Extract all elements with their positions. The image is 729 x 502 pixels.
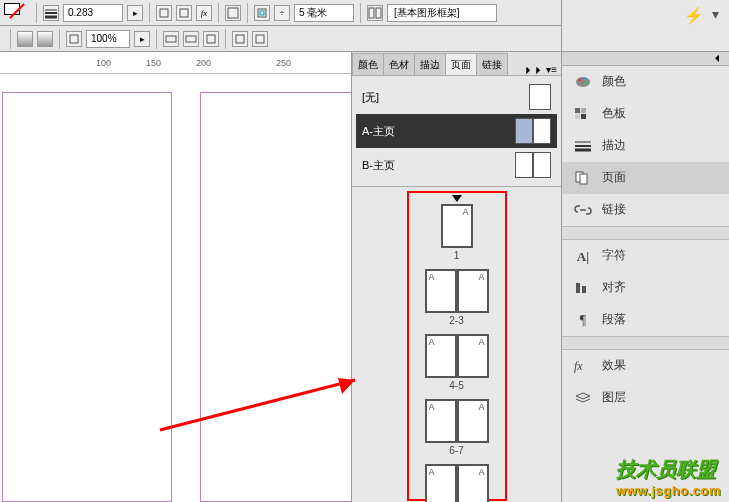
misc-e-icon[interactable] <box>252 31 268 47</box>
page-spread-2-3[interactable]: A A <box>352 269 561 313</box>
rail-layers[interactable]: 图层 <box>562 382 729 414</box>
size-stepper-icon[interactable]: ÷ <box>274 5 290 21</box>
rail-effects[interactable]: fx 效果 <box>562 350 729 382</box>
page-guide-left <box>2 92 172 502</box>
master-a-label: A-主页 <box>362 124 395 139</box>
rail-label: 字符 <box>602 247 626 264</box>
rail-collapse-handle[interactable]: ⏴ <box>562 52 729 66</box>
stroke-weight-input[interactable] <box>63 4 123 22</box>
rail-separator <box>562 336 729 350</box>
page-label: 2-3 <box>352 315 561 326</box>
master-b-label: B-主页 <box>362 158 395 173</box>
size-input[interactable] <box>294 4 354 22</box>
fill-stroke-proxy[interactable] <box>4 3 30 23</box>
fx-label-icon[interactable]: fx <box>196 5 212 21</box>
rail-label: 对齐 <box>602 279 626 296</box>
page-spread-last[interactable]: A A <box>352 464 561 502</box>
rail-color[interactable]: 颜色 <box>562 66 729 98</box>
rail-label: 描边 <box>602 137 626 154</box>
ruler-mark: 150 <box>146 58 161 68</box>
svg-rect-8 <box>369 8 374 18</box>
frame-fitting-icon[interactable] <box>367 5 383 21</box>
watermark-text: 技术员联盟 <box>616 458 716 480</box>
collapse-caret-icon[interactable]: ▾ <box>712 6 719 22</box>
master-a-row[interactable]: A-主页 <box>356 114 557 148</box>
panel-tab-stroke[interactable]: 描边 <box>414 53 446 75</box>
right-panel-rail: ⏴ 颜色 色板 描边 页面 链接 A| 字符 对齐 ¶ 段落 fx 效果 图层 <box>561 52 729 502</box>
panel-tab-pages[interactable]: 页面 <box>445 53 477 75</box>
stroke-weight-icon <box>43 5 59 21</box>
links-icon <box>574 203 592 217</box>
svg-rect-3 <box>160 9 168 17</box>
opacity-box-icon[interactable] <box>66 31 82 47</box>
rail-label: 页面 <box>602 169 626 186</box>
stepper-icon[interactable]: ▸ <box>127 5 143 21</box>
rail-label: 图层 <box>602 389 626 406</box>
master-badge: A <box>429 337 435 347</box>
palette-icon <box>574 75 592 89</box>
frame-preset-dropdown[interactable]: [基本图形框架] <box>387 4 497 22</box>
page-spread-4-5[interactable]: A A <box>352 334 561 378</box>
align-icon <box>574 281 592 295</box>
section-marker-icon <box>452 195 462 202</box>
master-badge: A <box>478 337 484 347</box>
rail-align[interactable]: 对齐 <box>562 272 729 304</box>
gradient-swatch-a-icon[interactable] <box>17 31 33 47</box>
panel-tab-color[interactable]: 颜色 <box>352 53 384 75</box>
rail-label: 色板 <box>602 105 626 122</box>
master-none-row[interactable]: [无] <box>356 80 557 114</box>
svg-rect-22 <box>575 108 580 113</box>
gradient-swatch-b-icon[interactable] <box>37 31 53 47</box>
svg-rect-25 <box>581 114 586 119</box>
panel-tab-swatches[interactable]: 色材 <box>383 53 415 75</box>
rail-links[interactable]: 链接 <box>562 194 729 226</box>
fit-frame-icon[interactable] <box>254 5 270 21</box>
zoom-stepper-icon[interactable]: ▸ <box>134 31 150 47</box>
corner-options-icon[interactable] <box>156 5 172 21</box>
svg-rect-11 <box>166 36 176 42</box>
svg-rect-31 <box>576 283 580 293</box>
panel-tab-links[interactable]: 链接 <box>476 53 508 75</box>
panel-scroll-icon[interactable]: ⏵⏵ <box>524 64 544 75</box>
svg-rect-7 <box>260 11 264 15</box>
svg-rect-24 <box>575 114 580 119</box>
page-label: 6-7 <box>352 445 561 456</box>
master-b-row[interactable]: B-主页 <box>356 148 557 182</box>
text-wrap-icon[interactable] <box>225 5 241 21</box>
rail-stroke[interactable]: 描边 <box>562 130 729 162</box>
ruler-mark: 100 <box>96 58 111 68</box>
misc-a-icon[interactable] <box>163 31 179 47</box>
object-effects-icon[interactable] <box>176 5 192 21</box>
layers-icon <box>574 391 592 405</box>
master-badge: A <box>478 402 484 412</box>
rail-separator <box>562 226 729 240</box>
svg-point-21 <box>585 81 588 84</box>
misc-d-icon[interactable] <box>232 31 248 47</box>
misc-c-icon[interactable] <box>203 31 219 47</box>
page-spread-1[interactable]: A <box>352 204 561 248</box>
document-pages-list: A 1 A A 2-3 A A 4-5 A A 6-7 A A <box>352 187 561 502</box>
watermark: 技术员联盟 www.jsgho.com <box>616 456 721 498</box>
master-badge: A <box>478 272 484 282</box>
page-spread-6-7[interactable]: A A <box>352 399 561 443</box>
page-guide-right <box>200 92 370 502</box>
svg-rect-5 <box>228 8 238 18</box>
zoom-input[interactable] <box>86 30 130 48</box>
bolt-icon[interactable]: ⚡ <box>684 6 704 25</box>
rail-pages[interactable]: 页面 <box>562 162 729 194</box>
svg-rect-32 <box>582 286 586 293</box>
rail-swatches[interactable]: 色板 <box>562 98 729 130</box>
panel-menu-icon[interactable]: ▾≡ <box>546 64 557 75</box>
rail-paragraph[interactable]: ¶ 段落 <box>562 304 729 336</box>
svg-rect-13 <box>207 35 215 43</box>
master-badge: A <box>429 272 435 282</box>
fx-icon: fx <box>574 359 592 373</box>
svg-point-19 <box>579 78 582 81</box>
quick-apply-bar: ⚡ ▾ <box>561 0 729 52</box>
svg-rect-6 <box>258 9 266 17</box>
watermark-url: www.jsgho.com <box>616 483 721 498</box>
panel-tab-strip: 颜色 色材 描边 页面 链接 ⏵⏵ ▾≡ <box>352 52 561 76</box>
svg-rect-10 <box>70 35 78 43</box>
rail-character[interactable]: A| 字符 <box>562 240 729 272</box>
misc-b-icon[interactable] <box>183 31 199 47</box>
